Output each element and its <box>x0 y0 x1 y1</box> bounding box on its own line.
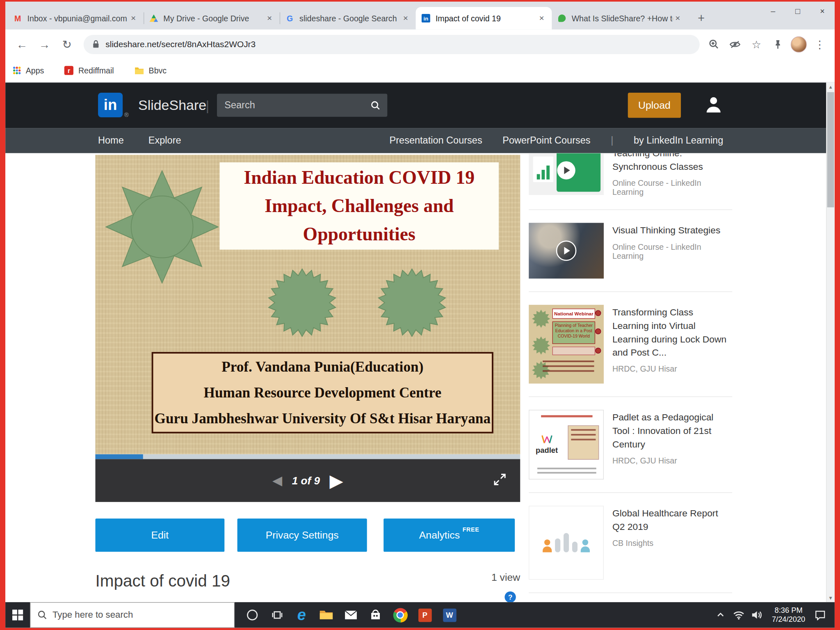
nav-powerpoint-courses[interactable]: PowerPoint Courses <box>502 135 590 146</box>
extension-pin-icon[interactable] <box>769 36 787 53</box>
tab-close-icon[interactable]: × <box>673 14 682 23</box>
related-title[interactable]: Padlet as a Pedagogical Tool : Innovatio… <box>612 411 733 451</box>
related-item[interactable]: Teaching Online: Synchronous Classes Onl… <box>529 153 732 210</box>
view-count: 1 view <box>443 572 520 584</box>
page-scrollbar[interactable]: ▲ ▼ <box>826 82 835 602</box>
nav-home[interactable]: Home <box>98 135 124 146</box>
microsoft-store-icon[interactable] <box>363 602 388 628</box>
tab-google-search[interactable]: G slideshare - Google Search × <box>280 7 416 30</box>
tab-close-icon[interactable]: × <box>265 14 274 23</box>
course-thumbnail[interactable] <box>529 223 604 278</box>
course-thumbnail[interactable] <box>529 153 604 195</box>
tab-slideshare-active[interactable]: in Impact of covid 19 × <box>416 7 552 30</box>
related-title[interactable]: Global Healthcare Report Q2 2019 <box>612 507 733 534</box>
volume-icon[interactable] <box>748 602 766 628</box>
taskbar-clock[interactable]: 8:36 PM 7/24/2020 <box>766 606 811 624</box>
mail-icon[interactable] <box>338 602 363 628</box>
tab-close-icon[interactable]: × <box>128 14 138 23</box>
previous-slide-icon[interactable]: ◀ <box>272 473 282 488</box>
bookmark-star-icon[interactable]: ☆ <box>748 36 765 53</box>
slide-progress-track[interactable] <box>95 454 520 459</box>
taskbar-search-input[interactable] <box>52 609 234 620</box>
file-explorer-icon[interactable] <box>314 602 338 628</box>
nav-explore[interactable]: Explore <box>148 135 181 146</box>
linkedin-logo[interactable]: in <box>98 93 123 117</box>
bookmark-label: Apps <box>26 66 44 75</box>
profile-avatar[interactable] <box>791 36 807 52</box>
maximize-button[interactable]: □ <box>785 2 810 20</box>
tab-strip: M Inbox - vbpunia@gmail.com - × My Drive… <box>5 2 835 30</box>
slide-viewer[interactable]: Indian Education COVID 19 Impact, Challe… <box>95 155 520 454</box>
slideshare-search-box[interactable] <box>217 94 387 117</box>
tab-close-icon[interactable]: × <box>401 14 411 23</box>
edit-button[interactable]: Edit <box>95 518 224 552</box>
powerpoint-icon[interactable]: P <box>413 602 437 628</box>
scroll-down-icon[interactable]: ▼ <box>826 593 835 602</box>
help-button[interactable]: ? <box>504 591 516 602</box>
bookmark-bbvc[interactable]: Bbvc <box>134 66 167 75</box>
bookmark-rediffmail[interactable]: r Rediffmail <box>64 66 114 75</box>
related-item[interactable]: padlet Padlet as a Pedagogical Tool : In… <box>529 397 732 492</box>
edge-icon[interactable]: e <box>289 602 314 628</box>
tab-what-is-slideshare[interactable]: What Is SlideShare? +How to ( × <box>552 7 688 30</box>
network-icon[interactable] <box>730 602 748 628</box>
nav-presentation-courses[interactable]: Presentation Courses <box>390 135 482 146</box>
browser-menu-icon[interactable]: ⋮ <box>811 36 828 53</box>
forward-button[interactable]: → <box>35 34 54 54</box>
related-title[interactable]: Teaching Online: Synchronous Classes <box>612 153 733 174</box>
slide-counter: 1 of 9 <box>292 475 320 487</box>
scrollbar-thumb[interactable] <box>827 92 834 208</box>
browser-toolbar: ← → ↻ slideshare.net/secret/8nAxHtas2WOJ… <box>5 30 835 59</box>
taskbar-search-box[interactable] <box>30 602 235 628</box>
play-icon[interactable] <box>556 240 577 261</box>
upload-button[interactable]: Upload <box>628 93 681 118</box>
back-button[interactable]: ← <box>12 34 32 54</box>
refresh-button[interactable]: ↻ <box>57 34 77 54</box>
related-item[interactable]: Global Healthcare Report Q2 2019 CB Insi… <box>529 493 732 593</box>
related-item-text: Transforming Class Learning into Virtual… <box>612 305 733 383</box>
related-item[interactable]: National Webinar Planning of Teacher Edu… <box>529 292 732 397</box>
word-icon[interactable]: W <box>437 602 462 628</box>
privacy-settings-button[interactable]: Privacy Settings <box>237 518 367 552</box>
webinar-thumbnail[interactable]: National Webinar Planning of Teacher Edu… <box>529 305 604 383</box>
related-title[interactable]: Visual Thinking Strategies <box>612 224 733 237</box>
hidden-icons-chevron[interactable] <box>712 602 730 628</box>
desktop-red-frame: M Inbox - vbpunia@gmail.com - × My Drive… <box>0 0 840 630</box>
tab-drive[interactable]: My Drive - Google Drive × <box>144 7 280 30</box>
related-item-partial[interactable] <box>529 593 732 602</box>
fullscreen-icon[interactable] <box>492 472 507 487</box>
minimize-button[interactable]: – <box>761 2 785 20</box>
chrome-icon[interactable] <box>388 602 413 628</box>
zoom-icon[interactable] <box>705 36 722 53</box>
task-view-icon[interactable] <box>265 602 289 628</box>
document-thumbnail[interactable] <box>529 506 604 580</box>
account-person-icon[interactable] <box>705 95 722 116</box>
nav-by-linkedin-learning[interactable]: by LinkedIn Learning <box>634 135 723 146</box>
play-icon[interactable] <box>557 161 575 179</box>
tab-gmail[interactable]: M Inbox - vbpunia@gmail.com - × <box>7 7 144 30</box>
related-item[interactable]: Visual Thinking Strategies Online Course… <box>529 210 732 292</box>
analytics-button[interactable]: Analytics FREE <box>383 518 515 552</box>
padlet-thumbnail[interactable]: padlet <box>529 410 604 479</box>
tab-label: My Drive - Google Drive <box>163 14 265 23</box>
apps-grid-icon <box>13 66 21 75</box>
tab-close-icon[interactable]: × <box>537 14 547 23</box>
cortana-icon[interactable] <box>240 602 265 628</box>
windows-logo-icon <box>12 609 24 621</box>
folder-icon <box>134 67 144 74</box>
next-slide-icon[interactable]: ▶ <box>329 470 343 491</box>
bookmark-apps[interactable]: Apps <box>13 66 44 75</box>
start-button[interactable] <box>5 602 30 628</box>
sun-shape <box>102 167 222 287</box>
slideshare-brand[interactable]: SlideShare <box>138 82 206 128</box>
close-button[interactable]: × <box>810 2 835 20</box>
action-center-icon[interactable] <box>811 602 829 628</box>
edit-label: Edit <box>151 529 169 541</box>
scroll-up-icon[interactable]: ▲ <box>826 82 835 91</box>
search-icon[interactable] <box>371 100 381 110</box>
new-tab-button[interactable]: + <box>693 10 709 26</box>
search-input[interactable] <box>217 100 371 111</box>
related-title[interactable]: Transforming Class Learning into Virtual… <box>612 306 733 360</box>
address-bar[interactable]: slideshare.net/secret/8nAxHtas2WOJr3 <box>84 34 700 54</box>
eye-off-icon[interactable] <box>726 36 744 53</box>
